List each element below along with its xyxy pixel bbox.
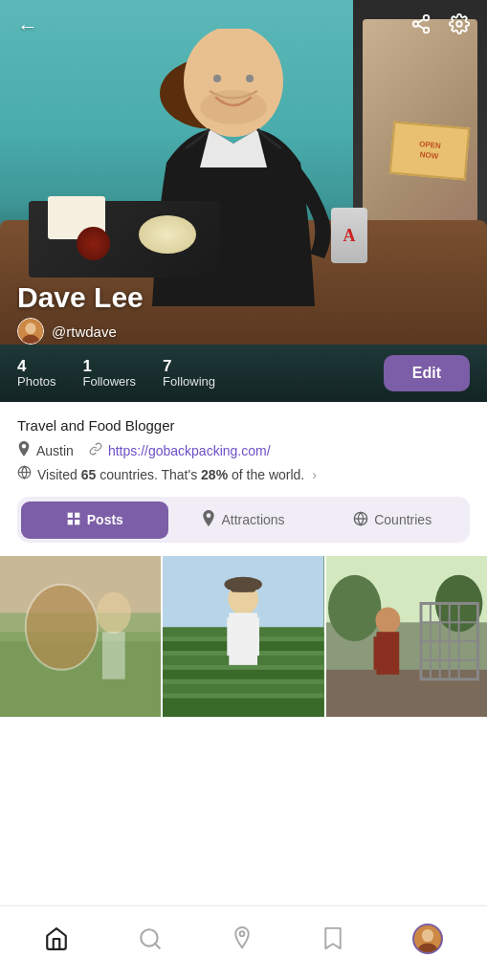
countries-tab-icon [353, 511, 368, 529]
visited-label: Visited 65 countries. That's 28% of the … [37, 467, 304, 482]
nav-bookmarks[interactable] [309, 918, 357, 959]
visited-countries: 65 [81, 467, 97, 482]
countries-tab-label: Countries [374, 512, 432, 527]
svg-point-4 [424, 15, 430, 21]
svg-point-62 [422, 928, 433, 941]
tab-attractions[interactable]: Attractions [170, 501, 318, 539]
posts-tab-label: Posts [87, 512, 123, 527]
location-icon [17, 441, 31, 459]
photo-grid [0, 556, 487, 717]
svg-point-11 [25, 323, 35, 334]
attractions-tab-label: Attractions [221, 512, 284, 527]
svg-rect-18 [75, 520, 79, 524]
photo-2[interactable] [163, 556, 323, 717]
svg-rect-40 [232, 579, 256, 592]
svg-point-54 [375, 607, 400, 634]
svg-rect-56 [373, 636, 383, 670]
following-stat[interactable]: 7 Following [163, 358, 215, 389]
svg-point-60 [240, 931, 245, 936]
link-icon [89, 442, 102, 459]
user-name: Dave Lee [17, 281, 144, 314]
visited-row[interactable]: Visited 65 countries. That's 28% of the … [17, 465, 470, 483]
svg-point-3 [200, 90, 267, 124]
svg-point-6 [424, 28, 430, 33]
share-icon[interactable] [410, 13, 432, 40]
globe-icon [17, 465, 32, 483]
hero-user-info: Dave Lee @rtwdave [17, 281, 144, 345]
settings-icon[interactable] [449, 13, 470, 40]
svg-rect-17 [68, 520, 73, 524]
svg-point-24 [26, 585, 98, 670]
svg-rect-57 [387, 636, 396, 670]
svg-line-59 [155, 944, 160, 948]
svg-point-9 [456, 21, 462, 27]
photos-stat[interactable]: 4 Photos [17, 358, 55, 389]
website-link[interactable]: https://gobackpacking.com/ [108, 443, 271, 458]
hero-topbar: ← [0, 0, 487, 54]
stats-bar: 4 Photos 1 Followers 7 Following Edit [0, 345, 487, 402]
svg-rect-32 [163, 670, 323, 679]
svg-line-8 [418, 19, 424, 23]
nav-profile[interactable] [399, 916, 456, 962]
svg-rect-34 [163, 699, 323, 718]
nav-home[interactable] [31, 919, 82, 959]
bio-text: Travel and Food Blogger [17, 417, 470, 434]
followers-stat[interactable]: 1 Followers [82, 358, 136, 389]
bottom-nav [0, 905, 487, 980]
nav-location[interactable] [217, 918, 267, 959]
svg-rect-15 [68, 513, 73, 518]
visited-pct: 28% [201, 467, 228, 482]
nav-search[interactable] [124, 919, 176, 959]
tab-countries[interactable]: Countries [319, 501, 466, 539]
svg-rect-33 [163, 684, 323, 694]
user-handle: @rtwdave [52, 323, 117, 340]
location-row: Austin https://gobackpacking.com/ [17, 441, 470, 459]
hero-section: Franklin Barbecue OPENNOW [0, 0, 487, 402]
photo-3[interactable] [326, 556, 487, 717]
svg-point-43 [328, 575, 381, 641]
svg-rect-16 [75, 513, 79, 518]
location-text: Austin [36, 443, 74, 458]
svg-rect-38 [248, 617, 259, 656]
chevron-right-icon: › [312, 467, 317, 482]
avatar-small [17, 318, 44, 345]
svg-line-7 [418, 25, 424, 29]
edit-button[interactable]: Edit [384, 355, 470, 391]
svg-point-1 [213, 75, 221, 82]
posts-tab-icon [66, 511, 81, 529]
nav-avatar [412, 924, 443, 954]
svg-rect-26 [102, 632, 125, 679]
tab-bar: Posts Attractions Countries [17, 497, 470, 543]
svg-point-5 [413, 21, 419, 27]
attractions-tab-icon [202, 510, 215, 529]
svg-point-2 [246, 75, 254, 82]
tab-posts[interactable]: Posts [21, 501, 168, 539]
svg-rect-37 [228, 617, 239, 656]
profile-body: Travel and Food Blogger Austin https://g… [0, 402, 487, 791]
photo-1[interactable] [0, 556, 161, 717]
svg-point-25 [97, 592, 131, 635]
svg-rect-45 [326, 670, 487, 718]
back-button[interactable]: ← [17, 14, 38, 39]
